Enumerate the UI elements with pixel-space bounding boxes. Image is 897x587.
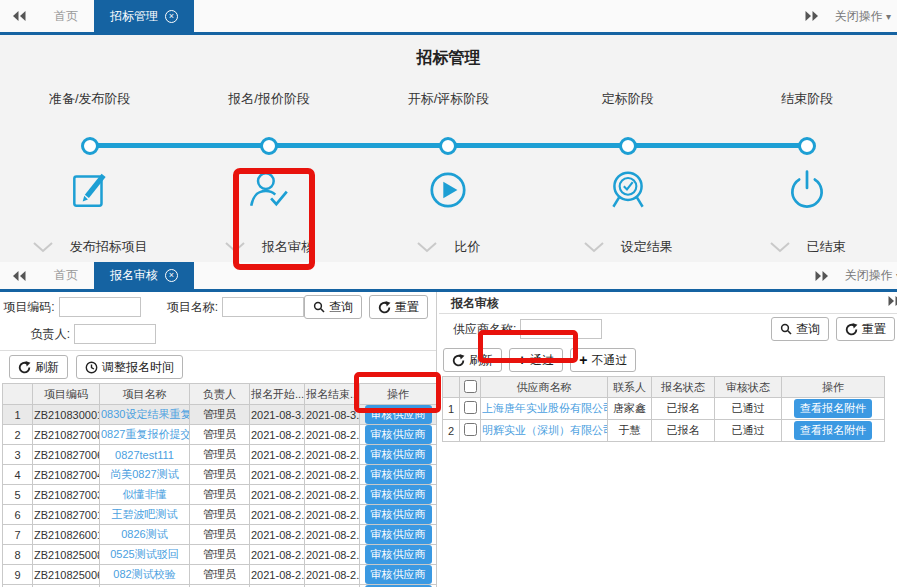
- tab-registration-audit[interactable]: 报名审核 ×: [94, 262, 194, 289]
- table-row[interactable]: 6 ZB210827001 王碧波吧测试 管理员 2021-08-2... 20…: [3, 505, 437, 525]
- project-link[interactable]: 王碧波吧测试: [112, 508, 178, 520]
- close-operations-label: 关闭操作: [835, 9, 883, 23]
- table-row[interactable]: 1 ZB210830001 0830设定结果重复... 管理员 2021-08-…: [3, 405, 437, 425]
- reset-button[interactable]: 重置: [836, 317, 895, 341]
- pass-button-label: 通过: [530, 352, 554, 369]
- compare-price-button[interactable]: [359, 165, 538, 215]
- supplier-table: 供应商名称 联系人 报名状态 审核状态 操作 1 上海唐年实业股份有限公司 唐家…: [442, 376, 885, 442]
- audit-supplier-button[interactable]: 审核供应商: [365, 465, 432, 484]
- col-owner: 负责人: [190, 384, 250, 405]
- supplier-link[interactable]: 上海唐年实业股份有限公司: [482, 402, 608, 414]
- target-check-icon: [605, 167, 651, 213]
- project-link[interactable]: 0525测试驳回: [110, 548, 178, 560]
- table-row[interactable]: 8 ZB210825008 0525测试驳回 管理员 2021-08-2... …: [3, 545, 437, 565]
- double-chevron-right-icon[interactable]: [887, 295, 897, 307]
- table-row[interactable]: 5 ZB210827003 似懂非懂 管理员 2021-08-2... 2021…: [3, 485, 437, 505]
- bid-flow-panel: 招标管理 准备/发布阶段 报名/报价阶段 开标/评标阶段 定标阶段 结束阶段: [0, 35, 897, 262]
- double-chevron-left-icon: [12, 270, 27, 282]
- view-attachment-button[interactable]: 查看报名附件: [794, 399, 872, 418]
- row-checkbox[interactable]: [464, 423, 477, 436]
- project-link[interactable]: 似懂非懂: [123, 488, 167, 500]
- audit-supplier-button[interactable]: 审核供应商: [365, 425, 432, 444]
- project-name-input[interactable]: [222, 297, 304, 317]
- table-row[interactable]: 2 明辉实业（深圳）有限公司 于慧 已报名 已通过 查看报名附件: [443, 420, 885, 442]
- col-operation: 操作: [782, 377, 885, 398]
- project-link[interactable]: 尚美0827测试: [110, 468, 178, 480]
- chevron-down-icon: [224, 241, 246, 253]
- registration-audit-button[interactable]: [179, 165, 358, 215]
- audit-supplier-button[interactable]: 审核供应商: [365, 545, 432, 564]
- project-link[interactable]: 0830设定结果重复...: [101, 408, 190, 420]
- double-chevron-right-icon[interactable]: [814, 270, 829, 282]
- table-row[interactable]: 3 ZB210827006 0827test111 管理员 2021-08-2.…: [3, 445, 437, 465]
- tab-close-icon[interactable]: ×: [165, 10, 178, 23]
- supplier-name-input[interactable]: [520, 319, 602, 339]
- audit-toolbar: 刷新 + 通过 + 不通过: [439, 344, 897, 376]
- tab-home-inner-label: 首页: [54, 267, 78, 284]
- audit-supplier-button[interactable]: 审核供应商: [365, 405, 432, 424]
- action-publish-project[interactable]: 发布招标项目: [70, 238, 148, 256]
- adjust-registration-time-button[interactable]: 调整报名时间: [76, 355, 183, 379]
- fail-button-label: 不通过: [591, 352, 627, 369]
- table-row[interactable]: 7 ZB210826001 0826测试 管理员 2021-08-2... 20…: [3, 525, 437, 545]
- table-row[interactable]: 1 上海唐年实业股份有限公司 唐家鑫 已报名 已通过 查看报名附件: [443, 398, 885, 420]
- edit-icon: [67, 167, 113, 213]
- chevron-down-icon: [583, 241, 605, 253]
- audit-supplier-button[interactable]: 审核供应商: [365, 505, 432, 524]
- select-all-checkbox[interactable]: [464, 380, 477, 393]
- table-header-row: 供应商名称 联系人 报名状态 审核状态 操作: [443, 377, 885, 398]
- stage-action-row: 发布招标项目 报名审核 比价 设定结果 已结束: [0, 238, 897, 256]
- fail-button[interactable]: + 不通过: [570, 348, 636, 372]
- supplier-link[interactable]: 明辉实业（深圳）有限公司: [482, 424, 608, 436]
- search-button[interactable]: 查询: [304, 295, 362, 319]
- pass-button[interactable]: + 通过: [509, 348, 563, 372]
- owner-label: 负责人:: [0, 326, 70, 343]
- project-link[interactable]: 0826测试: [121, 528, 167, 540]
- reset-button[interactable]: 重置: [369, 295, 428, 319]
- phase-prepare: 准备/发布阶段: [49, 90, 131, 108]
- col-start: 报名开始...: [250, 384, 305, 405]
- table-row[interactable]: 2 ZB210827008 0827重复报价提交... 管理员 2021-08-…: [3, 425, 437, 445]
- top-bar-right: 关闭操作 ▾: [804, 0, 897, 32]
- audit-supplier-button[interactable]: 审核供应商: [365, 445, 432, 464]
- action-compare-price[interactable]: 比价: [454, 238, 480, 256]
- owner-input[interactable]: [74, 324, 156, 344]
- audit-supplier-button[interactable]: 审核供应商: [365, 485, 432, 504]
- double-chevron-right-icon[interactable]: [804, 10, 819, 22]
- action-finished[interactable]: 已结束: [807, 238, 846, 256]
- set-result-button[interactable]: [538, 165, 717, 215]
- adjust-registration-time-label: 调整报名时间: [102, 359, 174, 376]
- tab-close-icon[interactable]: ×: [165, 269, 178, 282]
- close-operations-dropdown[interactable]: 关闭操作 ▾: [835, 8, 891, 25]
- search-button[interactable]: 查询: [771, 317, 829, 341]
- project-link[interactable]: 0827重复报价提交...: [101, 428, 190, 440]
- project-code-input[interactable]: [59, 297, 141, 317]
- table-row[interactable]: 4 ZB210827004 尚美0827测试 管理员 2021-08-2... …: [3, 465, 437, 485]
- tab-bid-management[interactable]: 招标管理 ×: [94, 0, 194, 32]
- inner-bar-right: 关闭操作 ▾: [814, 262, 897, 289]
- audit-supplier-button[interactable]: 审核供应商: [365, 565, 432, 584]
- refresh-icon: [845, 323, 858, 336]
- publish-project-button[interactable]: [0, 165, 179, 215]
- col-supplier-name: 供应商名称: [481, 377, 608, 398]
- reset-button-label: 重置: [395, 299, 419, 316]
- project-link[interactable]: 0827test111: [115, 449, 174, 461]
- refresh-icon: [452, 354, 465, 367]
- collapse-left-icon[interactable]: [0, 262, 38, 289]
- action-registration-audit[interactable]: 报名审核: [262, 238, 314, 256]
- phase-open: 开标/评标阶段: [408, 90, 490, 108]
- refresh-icon: [378, 301, 391, 314]
- table-row[interactable]: 9 ZB210825006 082测试校验 管理员 2021-08-2... 2…: [3, 565, 437, 585]
- refresh-button[interactable]: 刷新: [443, 348, 502, 372]
- finished-button[interactable]: [718, 165, 897, 215]
- audit-supplier-button[interactable]: 审核供应商: [365, 525, 432, 544]
- action-set-result[interactable]: 设定结果: [621, 238, 673, 256]
- project-link[interactable]: 082测试校验: [113, 568, 175, 580]
- refresh-button[interactable]: 刷新: [9, 355, 68, 379]
- tab-home-inner[interactable]: 首页: [38, 262, 94, 289]
- row-checkbox[interactable]: [464, 401, 477, 414]
- collapse-left-icon[interactable]: [0, 0, 38, 32]
- tab-home[interactable]: 首页: [38, 0, 94, 32]
- view-attachment-button[interactable]: 查看报名附件: [794, 421, 872, 440]
- close-operations-dropdown[interactable]: 关闭操作 ▾: [845, 267, 897, 284]
